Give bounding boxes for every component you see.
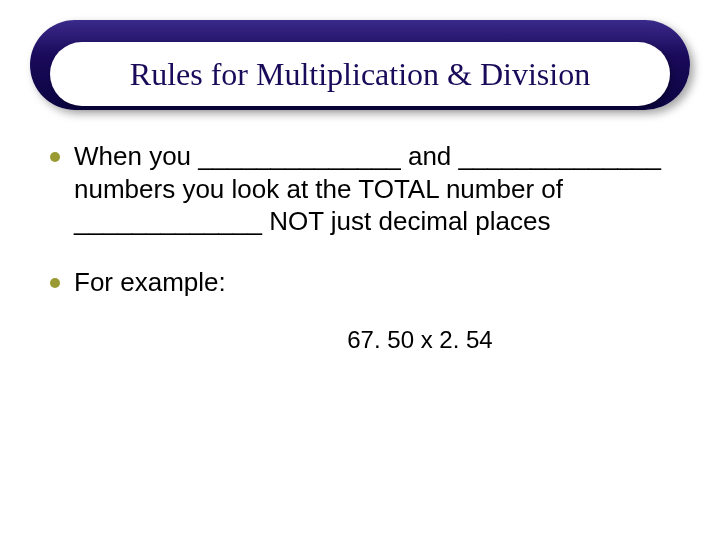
bullet-text: When you ______________ and ____________… — [74, 140, 670, 238]
title-inner-panel: Rules for Multiplication & Division — [50, 42, 670, 106]
bullet-text: For example: — [74, 266, 226, 299]
bullet-icon — [50, 152, 60, 162]
example-calculation: 67. 50 x 2. 54 — [170, 326, 670, 354]
list-item: For example: — [50, 266, 670, 299]
page-title: Rules for Multiplication & Division — [130, 56, 590, 93]
list-item: When you ______________ and ____________… — [50, 140, 670, 238]
content-area: When you ______________ and ____________… — [50, 140, 670, 354]
bullet-icon — [50, 278, 60, 288]
title-container: Rules for Multiplication & Division — [30, 20, 690, 110]
